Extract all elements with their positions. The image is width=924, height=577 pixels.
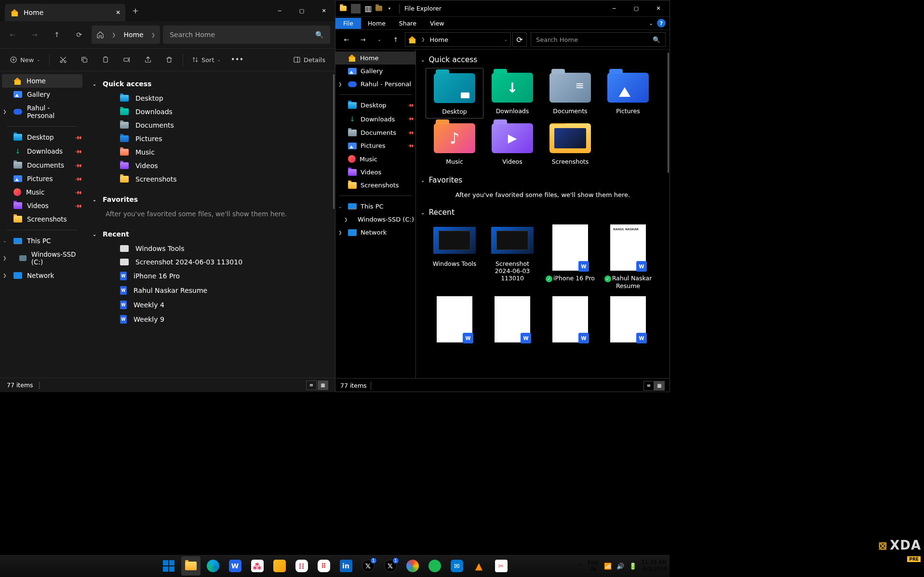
- paste-button[interactable]: [96, 52, 115, 68]
- sort-button[interactable]: Sort ⌄: [187, 52, 226, 68]
- chevron-down-icon[interactable]: ⌄: [338, 204, 342, 209]
- help-icon[interactable]: ?: [657, 19, 666, 27]
- nav-network[interactable]: ❯Network: [0, 269, 84, 282]
- taskbar-snip[interactable]: ✂: [492, 556, 511, 576]
- rename-button[interactable]: [117, 52, 136, 68]
- taskbar-explorer[interactable]: [181, 556, 201, 576]
- close-button[interactable]: ✕: [647, 1, 670, 16]
- recent-item[interactable]: WRahul Naskar Resume: [91, 283, 328, 298]
- taskbar-edge[interactable]: [203, 556, 223, 576]
- section-favorites[interactable]: ⌄Favorites: [91, 192, 328, 207]
- taskbar-x[interactable]: 𝕏1: [359, 556, 378, 576]
- recent-dropdown[interactable]: ⌄: [372, 32, 387, 47]
- maximize-button[interactable]: ▢: [625, 1, 647, 16]
- tray-chevron[interactable]: ⌃: [577, 563, 583, 570]
- recent-tile[interactable]: Screenshot 2024-06-03 113010: [483, 221, 541, 292]
- tile-desktop[interactable]: Desktop: [426, 68, 483, 118]
- taskbar-spotify[interactable]: [425, 556, 444, 576]
- breadcrumb-bar[interactable]: ❯ Home ⌄: [405, 32, 511, 47]
- nav-home[interactable]: Home: [2, 74, 82, 88]
- scrollbar[interactable]: [333, 74, 335, 209]
- taskbar-linkedin[interactable]: in: [336, 556, 356, 576]
- item-documents[interactable]: Documents: [91, 118, 328, 132]
- nav-music[interactable]: Music: [335, 152, 415, 166]
- section-recent[interactable]: ⌄Recent: [91, 226, 328, 242]
- minimize-button[interactable]: ─: [603, 1, 625, 16]
- chevron-down-icon[interactable]: ⌄: [504, 37, 508, 42]
- up-button[interactable]: ↑: [47, 25, 67, 44]
- view-details-button[interactable]: ≡: [643, 381, 654, 391]
- up-button[interactable]: ↑: [388, 32, 403, 47]
- taskbar-asana[interactable]: ⁝⁝: [292, 556, 311, 576]
- recent-tile[interactable]: RAHUL NASKARW✓Rahul Naskar Resume: [599, 221, 657, 292]
- item-pictures[interactable]: Pictures: [91, 132, 328, 145]
- recent-tile[interactable]: W: [426, 292, 483, 346]
- nav-desktop[interactable]: Desktop📌: [335, 99, 415, 112]
- close-button[interactable]: ✕: [313, 3, 335, 18]
- tile-downloads[interactable]: Downloads: [483, 68, 541, 118]
- close-tab-icon[interactable]: ✕: [116, 9, 121, 16]
- search-input[interactable]: Search Home 🔍: [163, 26, 330, 44]
- volume-icon[interactable]: 🔊: [616, 563, 624, 570]
- tab-home[interactable]: Home ✕: [5, 4, 125, 21]
- ribbon-tab-view[interactable]: View: [423, 18, 451, 29]
- nav-home[interactable]: Home: [335, 52, 415, 65]
- taskbar-outlook[interactable]: ✉: [447, 556, 467, 576]
- scrollbar[interactable]: [668, 52, 669, 173]
- battery-icon[interactable]: 🔋: [629, 563, 637, 570]
- view-icons-button[interactable]: ▦: [318, 380, 328, 390]
- nav-onedrive[interactable]: ❯Rahul - Personal: [335, 78, 415, 91]
- recent-tile[interactable]: W: [599, 292, 657, 346]
- tile-videos[interactable]: Videos: [483, 118, 541, 168]
- back-button[interactable]: ←: [339, 32, 354, 47]
- nav-onedrive[interactable]: ❯Rahul - Personal: [0, 101, 84, 122]
- nav-network[interactable]: ❯Network: [335, 226, 415, 239]
- taskbar-app[interactable]: [270, 556, 289, 576]
- qat-newfolder-icon[interactable]: [374, 4, 384, 13]
- nav-videos[interactable]: Videos📌: [0, 199, 84, 212]
- forward-button[interactable]: →: [25, 25, 44, 44]
- forward-button[interactable]: →: [356, 32, 370, 47]
- recent-item[interactable]: WWeekly 4: [91, 298, 328, 312]
- nav-documents[interactable]: Documents📌: [335, 126, 415, 139]
- breadcrumb-home[interactable]: Home: [430, 36, 448, 43]
- taskbar-word[interactable]: W: [226, 556, 245, 576]
- taskbar-app[interactable]: ⠿: [314, 556, 334, 576]
- nav-pictures[interactable]: Pictures📌: [0, 172, 84, 185]
- item-downloads[interactable]: Downloads: [91, 105, 328, 118]
- recent-tile[interactable]: W: [483, 292, 541, 346]
- chevron-right-icon[interactable]: ❯: [344, 217, 348, 222]
- copy-button[interactable]: [75, 52, 94, 68]
- nav-screenshots[interactable]: Screenshots: [335, 179, 415, 192]
- new-tab-button[interactable]: +: [128, 6, 143, 15]
- nav-thispc[interactable]: ⌄This PC: [0, 234, 84, 248]
- qat-dropdown-icon[interactable]: ▾: [385, 4, 394, 13]
- back-button[interactable]: ←: [3, 25, 22, 44]
- cut-button[interactable]: [54, 52, 73, 68]
- chevron-right-icon[interactable]: ❯: [338, 230, 342, 235]
- nav-thispc[interactable]: ⌄This PC: [335, 200, 415, 213]
- recent-item[interactable]: WiPhone 16 Pro: [91, 269, 328, 283]
- breadcrumb-bar[interactable]: ❯ Home ❯: [92, 26, 160, 44]
- recent-item[interactable]: Windows Tools: [91, 242, 328, 255]
- nav-screenshots[interactable]: Screenshots: [0, 212, 84, 226]
- minimize-button[interactable]: ─: [268, 3, 291, 18]
- wifi-icon[interactable]: 📶: [604, 563, 612, 570]
- chevron-down-icon[interactable]: ⌄: [3, 238, 7, 243]
- nav-drive-c[interactable]: ❯Windows-SSD (C:): [335, 213, 415, 226]
- tile-pictures[interactable]: Pictures: [599, 68, 657, 118]
- item-screenshots[interactable]: Screenshots: [91, 172, 328, 186]
- nav-music[interactable]: Music📌: [0, 185, 84, 199]
- taskbar-x[interactable]: 𝕏1: [381, 556, 400, 576]
- nav-gallery[interactable]: Gallery: [0, 88, 84, 101]
- ribbon-tab-share[interactable]: Share: [392, 18, 423, 29]
- share-button[interactable]: [138, 52, 158, 68]
- section-recent[interactable]: ⌄Recent: [421, 206, 665, 219]
- ribbon-expand-icon[interactable]: ⌄: [649, 21, 653, 26]
- recent-tile[interactable]: W: [541, 292, 599, 346]
- nav-desktop[interactable]: Desktop📌: [0, 131, 84, 144]
- breadcrumb-home[interactable]: Home: [123, 31, 143, 39]
- details-button[interactable]: Details: [288, 52, 330, 68]
- chevron-right-icon[interactable]: ❯: [3, 109, 7, 114]
- refresh-button[interactable]: ⟳: [512, 32, 527, 47]
